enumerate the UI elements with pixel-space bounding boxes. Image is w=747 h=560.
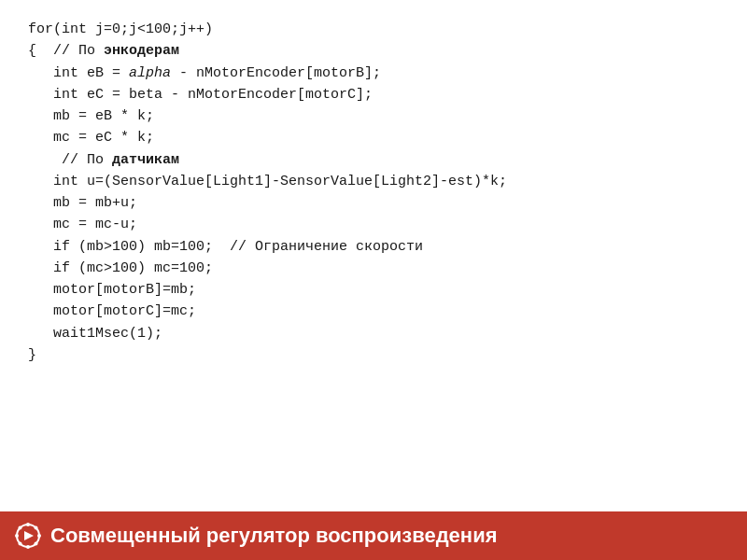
- footer-bar: Совмещенный регулятор воспроизведения: [0, 511, 747, 560]
- svg-point-3: [15, 534, 19, 538]
- svg-point-8: [35, 542, 38, 546]
- svg-point-4: [37, 534, 41, 538]
- code-line-1: { // По энкодерам: [28, 43, 179, 59]
- code-line-14: wait1Msec(1);: [28, 326, 162, 342]
- code-line-10: if (mb>100) mb=100; // Ограничение скоро…: [28, 239, 423, 255]
- media-icon: [15, 523, 41, 549]
- svg-point-6: [35, 526, 38, 530]
- code-line-15: }: [28, 347, 36, 363]
- code-area: for(int j=0;j<100;j++) { // По энкодерам…: [0, 0, 747, 511]
- code-line-13: motor[motorC]=mc;: [28, 303, 196, 319]
- svg-point-5: [19, 526, 22, 530]
- code-line-4: mb = eB * k;: [28, 108, 154, 124]
- code-line-7: int u=(SensorValue[Light1]-SensorValue[L…: [28, 174, 507, 189]
- code-line-8: mb = mb+u;: [28, 195, 137, 211]
- svg-point-1: [26, 523, 30, 526]
- code-line-12: motor[motorB]=mb;: [28, 282, 196, 298]
- svg-point-7: [19, 542, 22, 546]
- code-line-6: // По датчикам: [28, 152, 179, 168]
- main-container: for(int j=0;j<100;j++) { // По энкодерам…: [0, 0, 747, 560]
- code-line-3: int eC = beta - nMotorEncoder[motorC];: [28, 87, 373, 103]
- code-line-11: if (mc>100) mc=100;: [28, 260, 213, 276]
- svg-point-2: [26, 545, 30, 549]
- code-line-0: for(int j=0;j<100;j++): [28, 21, 213, 37]
- footer-title: Совмещенный регулятор воспроизведения: [50, 524, 498, 548]
- code-block: for(int j=0;j<100;j++) { // По энкодерам…: [28, 19, 719, 366]
- svg-marker-9: [24, 531, 34, 540]
- code-line-5: mc = eC * k;: [28, 130, 154, 146]
- code-line-9: mc = mc-u;: [28, 217, 137, 232]
- code-line-2: int eB = alpha - nMotorEncoder[motorB];: [28, 65, 381, 81]
